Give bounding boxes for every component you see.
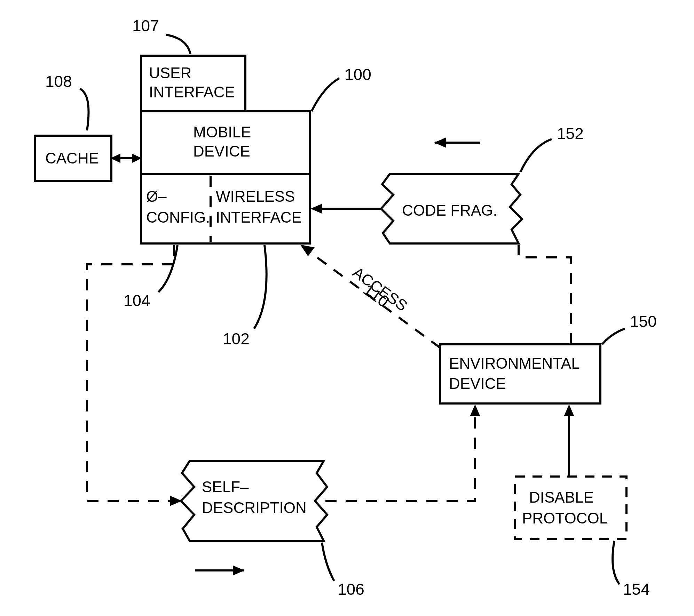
- ref-108: 108: [45, 72, 72, 90]
- svg-marker-12: [311, 204, 322, 213]
- diagram-canvas: CACHE 108 USER INTERFACE MOBILE DEVICE Ø…: [0, 0, 694, 616]
- disable-protocol-l1: DISABLE: [529, 489, 594, 506]
- leader-100: [311, 78, 339, 111]
- user-interface-l1: USER: [149, 64, 191, 81]
- self-description-block: SELF– DESCRIPTION: [181, 461, 327, 541]
- env-device-block: ENVIRONMENTAL DEVICE: [440, 344, 600, 403]
- user-interface-l2: INTERFACE: [149, 83, 235, 101]
- disable-protocol-l2: PROTOCOL: [522, 510, 608, 527]
- zero-config-l1: Ø–: [146, 188, 167, 205]
- self-descr-direction-arrow: [195, 566, 244, 575]
- disable-to-env: [565, 405, 574, 477]
- access-link: ACCESS 110: [301, 245, 440, 348]
- leader-108: [80, 89, 89, 130]
- svg-rect-14: [515, 477, 626, 539]
- svg-marker-7: [111, 154, 120, 162]
- ref-102: 102: [223, 330, 250, 348]
- self-descr-l1: SELF–: [202, 478, 249, 495]
- code-frag-block: CODE FRAG.: [381, 174, 522, 243]
- disable-protocol-block: DISABLE PROTOCOL: [515, 477, 626, 539]
- wireless-interface-l1: WIRELESS: [216, 188, 295, 205]
- mobile-device-l1: MOBILE: [193, 123, 251, 141]
- ref-100: 100: [345, 65, 371, 83]
- wireless-interface-l2: INTERFACE: [216, 209, 302, 226]
- leader-102: [254, 245, 267, 329]
- zero-config-l2: CONFIG.: [146, 209, 210, 226]
- env-to-codefrag: [519, 245, 571, 344]
- ref-154: 154: [623, 580, 650, 598]
- cache-label: CACHE: [45, 150, 99, 167]
- selfdescr-to-env-arrow: [471, 405, 480, 416]
- ref-152: 152: [557, 125, 584, 143]
- leader-107: [166, 35, 190, 54]
- cache-block: CACHE: [35, 136, 111, 181]
- svg-marker-16: [565, 405, 574, 416]
- leader-106: [322, 543, 334, 581]
- ref-107: 107: [132, 17, 159, 35]
- leader-152: [520, 139, 552, 172]
- mobile-device-l2: DEVICE: [193, 143, 250, 160]
- ref-150: 150: [630, 312, 657, 330]
- cache-mobile-link: [111, 154, 141, 162]
- leader-154: [613, 541, 620, 584]
- zeroconfig-to-selfdescr-arrow: [171, 496, 181, 505]
- svg-marker-8: [132, 154, 141, 162]
- code-frag-label: CODE FRAG.: [402, 202, 497, 219]
- svg-rect-13: [440, 344, 600, 403]
- codefrag-to-wireless: [311, 204, 382, 213]
- zeroconfig-to-selfdescr: [87, 245, 181, 501]
- self-descr-l2: DESCRIPTION: [202, 499, 307, 516]
- svg-marker-20: [301, 245, 314, 256]
- leader-150: [602, 329, 625, 344]
- env-device-l1: ENVIRONMENTAL: [449, 355, 580, 372]
- ref-106: 106: [338, 580, 364, 598]
- selfdescr-to-env: [325, 407, 475, 501]
- svg-marker-10: [435, 138, 445, 147]
- ref-104: 104: [124, 291, 150, 310]
- env-device-l2: DEVICE: [449, 375, 506, 392]
- mobile-device-group: USER INTERFACE MOBILE DEVICE Ø– CONFIG. …: [141, 56, 310, 243]
- code-frag-direction-arrow: [435, 138, 480, 147]
- svg-marker-18: [233, 566, 244, 575]
